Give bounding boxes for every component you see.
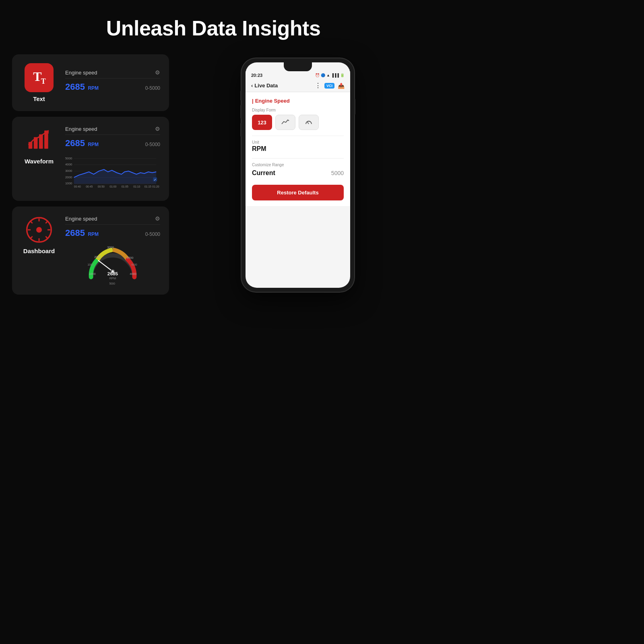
dashboard-icon-box — [25, 215, 54, 244]
range-max-value: 5000 — [331, 170, 344, 176]
display-form-buttons: 123 — [252, 115, 344, 130]
svg-text:2685: 2685 — [107, 271, 118, 277]
svg-text:01:20: 01:20 — [152, 185, 159, 188]
waveform-speed-unit: RPM — [88, 142, 99, 147]
back-button[interactable]: ‹ Live Data — [251, 83, 278, 89]
svg-text:1000: 1000 — [88, 263, 94, 266]
range-row: Current 5000 — [252, 169, 344, 177]
waveform-chart-svg: 5000 4000 3000 2000 1000 — [65, 154, 160, 190]
svg-text:3000: 3000 — [107, 246, 114, 249]
waveform-speed-range: 0-5000 — [145, 142, 160, 147]
unit-value: RPM — [252, 145, 344, 153]
phone-volume-up-button — [240, 91, 242, 101]
customize-range-label: Customize Range — [252, 163, 344, 167]
text-card-data: Engine speed ⚙ 2685 RPM 0-5000 — [65, 69, 160, 96]
signal-icon: ▐▐▐ — [331, 73, 339, 77]
alarm-icon: ⏰ — [315, 73, 320, 77]
unit-label: Unit — [252, 140, 344, 144]
main-layout: TT Text Engine speed ⚙ 2685 RPM 0-5000 — [12, 54, 415, 295]
svg-text:RPM: RPM — [109, 277, 116, 280]
back-chevron: ‹ — [251, 83, 253, 89]
bluetooth-icon: 🔵 — [321, 73, 325, 77]
text-card-label: Text — [33, 95, 45, 102]
svg-text:⤢: ⤢ — [154, 178, 156, 181]
text-card: TT Text Engine speed ⚙ 2685 RPM 0-5000 — [12, 54, 169, 111]
vci-badge: VCI — [324, 83, 334, 89]
dashboard-engine-label: Engine speed — [65, 216, 97, 222]
tt-icon: TT — [33, 69, 45, 86]
app-header: ‹ Live Data ⋮ VCI 📤 — [246, 79, 350, 92]
waveform-card: Waveform Engine speed ⚙ 2685 RPM 0-5000 — [12, 117, 169, 201]
svg-text:00:45: 00:45 — [86, 185, 93, 188]
waveform-value-row: 2685 RPM 0-5000 — [65, 138, 160, 149]
phone-power-button — [354, 99, 355, 115]
text-value-row: 2685 RPM 0-5000 — [65, 82, 160, 92]
phone-notch — [284, 62, 312, 71]
app-content: Engine Speed Display Form 123 — [246, 92, 350, 206]
waveform-data-label-row: Engine speed ⚙ — [65, 126, 160, 135]
phone-silent-button — [240, 123, 242, 137]
wifi-icon: ▲ — [326, 73, 330, 77]
svg-text:2000: 2000 — [94, 255, 101, 259]
battery-icon: 🔋 — [340, 73, 345, 77]
more-icon[interactable]: ⋮ — [315, 82, 321, 89]
header-icons: ⋮ VCI 📤 — [315, 82, 345, 89]
svg-text:00:50: 00:50 — [98, 185, 105, 188]
phone-volume-down-button — [240, 105, 242, 119]
phone-screen: 20:23 ⏰ 🔵 ▲ ▐▐▐ 🔋 ‹ Live Da — [246, 62, 350, 288]
svg-line-41 — [98, 260, 113, 271]
phone-frame: 20:23 ⏰ 🔵 ▲ ▐▐▐ 🔋 ‹ Live Da — [242, 58, 354, 292]
form-btn-gauge[interactable] — [299, 115, 319, 130]
form-btn-waveform[interactable] — [275, 115, 295, 130]
dashboard-card-label: Dashboard — [23, 248, 55, 254]
gauge-svg: 3000 3500 4000 1000 2000 2685 RPM — [85, 242, 141, 286]
dashboard-speed-range: 0-5000 — [145, 231, 160, 237]
svg-text:1000: 1000 — [65, 182, 72, 185]
waveform-card-label: Waveform — [25, 158, 54, 165]
svg-point-27 — [36, 227, 42, 233]
app-title: Live Data — [254, 83, 278, 89]
svg-line-49 — [307, 122, 309, 124]
svg-text:1000: 1000 — [89, 272, 96, 276]
text-speed-value: 2685 — [65, 82, 85, 92]
svg-text:4000: 4000 — [131, 263, 137, 266]
svg-line-33 — [45, 236, 47, 238]
gauge-container: 3000 3500 4000 1000 2000 2685 RPM — [65, 242, 160, 286]
waveform-icon-box — [25, 126, 54, 155]
display-form-label: Display Form — [252, 108, 344, 112]
svg-text:4000: 4000 — [130, 272, 136, 276]
dashboard-card: Dashboard Engine speed ⚙ 2685 RPM 0-5000 — [12, 206, 169, 295]
waveform-speed-value: 2685 — [65, 138, 85, 148]
section-title: Engine Speed — [252, 98, 344, 104]
svg-text:01:15: 01:15 — [144, 185, 151, 188]
dashboard-data-label-row: Engine speed ⚙ — [65, 215, 160, 225]
waveform-engine-label: Engine speed — [65, 126, 97, 132]
text-engine-label: Engine speed — [65, 70, 97, 76]
text-speed-unit: RPM — [88, 85, 99, 91]
form-btn-number[interactable]: 123 — [252, 115, 272, 130]
waveform-card-data: Engine speed ⚙ 2685 RPM 0-5000 5000 4000… — [65, 126, 160, 192]
svg-line-35 — [31, 236, 33, 238]
dashboard-gear-icon: ⚙ — [155, 215, 160, 222]
svg-text:3000: 3000 — [65, 169, 72, 173]
cards-column: TT Text Engine speed ⚙ 2685 RPM 0-5000 — [12, 54, 169, 295]
waveform-gear-icon: ⚙ — [155, 126, 160, 132]
svg-text:5000: 5000 — [109, 282, 115, 285]
svg-text:4000: 4000 — [65, 163, 72, 166]
export-icon[interactable]: 📤 — [338, 83, 345, 89]
phone-outer: 20:23 ⏰ 🔵 ▲ ▐▐▐ 🔋 ‹ Live Da — [242, 58, 354, 292]
svg-text:01:10: 01:10 — [133, 185, 140, 188]
status-bar: 20:23 ⏰ 🔵 ▲ ▐▐▐ 🔋 — [246, 71, 350, 79]
text-speed-range: 0-5000 — [145, 85, 160, 91]
status-time: 20:23 — [251, 73, 262, 78]
text-data-label-row: Engine speed ⚙ — [65, 69, 160, 78]
phone-wrapper: 20:23 ⏰ 🔵 ▲ ▐▐▐ 🔋 ‹ Live Da — [181, 54, 415, 292]
svg-text:00:40: 00:40 — [74, 185, 81, 188]
dashboard-value-row: 2685 RPM 0-5000 — [65, 228, 160, 238]
restore-defaults-button[interactable]: Restore Defaults — [252, 185, 344, 200]
dashboard-icon — [25, 216, 53, 244]
divider-1 — [252, 136, 344, 136]
dashboard-speed-unit: RPM — [88, 231, 99, 237]
svg-text:01:05: 01:05 — [122, 185, 128, 188]
svg-text:01:00: 01:00 — [109, 185, 116, 188]
